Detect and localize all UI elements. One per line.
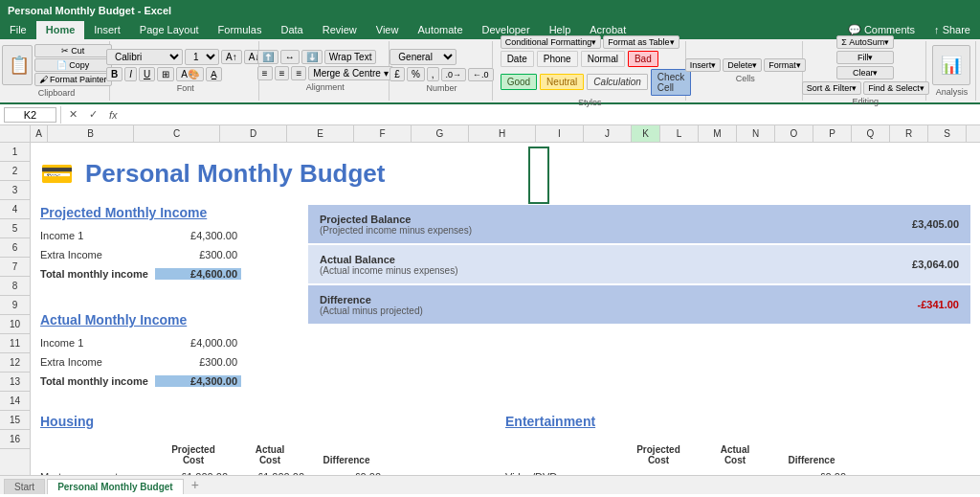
fill-button[interactable]: Fill▾ [836,51,894,64]
tab-view[interactable]: View [367,21,409,39]
add-sheet-button[interactable]: + [186,475,205,494]
title-bar: Personal Monthly Budget - Excel [0,0,980,21]
align-right-button[interactable]: ≡ [291,66,306,80]
copy-button[interactable]: 📄 Copy [34,58,112,72]
align-middle-button[interactable]: ↔ [280,50,300,64]
number-format-select[interactable]: General [390,49,457,65]
cell-reference-input[interactable] [4,107,56,123]
row-13[interactable]: 13 [0,373,30,392]
tab-page-layout[interactable]: Page Layout [130,21,209,39]
row-9[interactable]: 9 [0,296,30,315]
increase-decimal-button[interactable]: .0→ [441,68,467,81]
underline-button[interactable]: U [139,67,155,81]
row-1[interactable]: 1 [0,143,30,162]
clear-button[interactable]: Clear▾ [836,66,894,79]
align-top-button[interactable]: ⬆️ [257,50,278,64]
projected-income-row-1: Extra Income £300.00 [40,245,289,264]
bad-badge: Bad [628,51,658,67]
row-5[interactable]: 5 [0,219,30,238]
tab-data[interactable]: Data [271,21,312,39]
col-r[interactable]: R [890,125,928,142]
col-b[interactable]: B [48,125,134,142]
align-left-button[interactable]: ≡ [257,66,273,80]
fill-color-button[interactable]: A🎨 [176,67,204,81]
col-s[interactable]: S [928,125,967,142]
tab-home[interactable]: Home [36,21,85,39]
sort-filter-button[interactable]: Sort & Filter▾ [802,81,862,95]
align-bottom-button[interactable]: ⬇️ [301,50,323,64]
decrease-decimal-button[interactable]: ←.0 [468,68,494,81]
cut-button[interactable]: ✂ Cut [34,44,112,57]
increase-font-button[interactable]: A↑ [221,50,242,64]
tab-formulas[interactable]: Formulas [209,21,272,39]
tab-insert[interactable]: Insert [84,21,130,39]
tab-file[interactable]: File [0,21,36,39]
row-14[interactable]: 14 [0,392,30,411]
row-11[interactable]: 11 [0,334,30,353]
col-d[interactable]: D [220,125,287,142]
budget-icon: 💳 [40,158,74,190]
border-button[interactable]: ⊞ [157,67,174,81]
bottom-section: Housing ProjectedCost ActualCost Differe… [40,414,970,475]
col-c[interactable]: C [134,125,220,142]
autosum-button[interactable]: Σ AutoSum▾ [836,35,894,49]
percent-button[interactable]: % [407,67,425,81]
row-12[interactable]: 12 [0,353,30,373]
col-l[interactable]: L [660,125,699,142]
number-label: Number [426,83,457,93]
row-8[interactable]: 8 [0,277,30,296]
find-select-button[interactable]: Find & Select▾ [863,81,929,95]
format-button[interactable]: Format▾ [764,58,806,72]
check-cell-badge: Check Cell [651,69,691,96]
format-painter-button[interactable]: 🖌 Format Painter [34,73,112,86]
row-10[interactable]: 10 [0,315,30,334]
formula-input[interactable] [125,109,976,121]
row-15[interactable]: 15 [0,411,30,430]
align-center-button[interactable]: ≡ [275,66,290,80]
italic-button[interactable]: I [124,67,137,81]
row-4[interactable]: 4 [0,200,30,219]
row-7[interactable]: 7 [0,258,30,277]
col-i[interactable]: I [536,125,584,142]
sheet-tab-personal-monthly-budget[interactable]: Personal Monthly Budget [47,479,184,494]
housing-row-0: Mortgage or rent £1,000.00 £1,000.00 £0.… [40,467,505,475]
conditional-formatting-button[interactable]: Conditional Formatting▾ [501,35,602,49]
currency-button[interactable]: £ [390,67,405,81]
col-f[interactable]: F [354,125,412,142]
merge-center-button[interactable]: Merge & Centre ▾ [308,66,392,80]
col-m[interactable]: M [699,125,737,142]
sheet-tab-start[interactable]: Start [4,479,45,494]
font-name-select[interactable]: Calibri [106,49,183,65]
row-6[interactable]: 6 [0,238,30,258]
projected-income-row-0: Income 1 £4,300.00 [40,226,289,245]
col-k[interactable]: K [632,125,660,142]
column-headers: A B C D E F G H I J K L M N O P Q R S [0,125,980,143]
tab-automate[interactable]: Automate [408,21,472,39]
tab-review[interactable]: Review [313,21,367,39]
actual-income-row-1: Extra Income £300.00 [40,352,289,372]
col-o[interactable]: O [775,125,813,142]
col-j[interactable]: J [584,125,632,142]
row-16[interactable]: 16 [0,430,30,449]
col-n[interactable]: N [737,125,775,142]
col-p[interactable]: P [813,125,852,142]
wrap-text-button[interactable]: Wrap Text [324,50,377,64]
bold-button[interactable]: B [106,67,122,81]
delete-button[interactable]: Delete▾ [723,58,762,72]
col-h[interactable]: H [469,125,536,142]
col-e[interactable]: E [287,125,354,142]
col-a[interactable]: A [31,125,48,142]
row-3[interactable]: 3 [0,181,30,200]
col-q[interactable]: Q [852,125,890,142]
font-color-button[interactable]: A̲ [206,67,222,81]
tab-share[interactable]: ↑ Share [924,21,980,39]
row-2[interactable]: 2 [0,162,30,181]
paste-button[interactable]: 📋 [2,45,33,85]
insert-button[interactable]: Insert▾ [685,58,722,72]
alignment-label: Alignment [306,82,345,92]
format-as-table-button[interactable]: Format as Table▾ [603,35,679,49]
font-size-select[interactable]: 11 [185,49,219,65]
col-g[interactable]: G [412,125,469,142]
analyse-data-button[interactable]: 📊 [932,45,970,85]
comma-button[interactable]: , [427,67,439,81]
